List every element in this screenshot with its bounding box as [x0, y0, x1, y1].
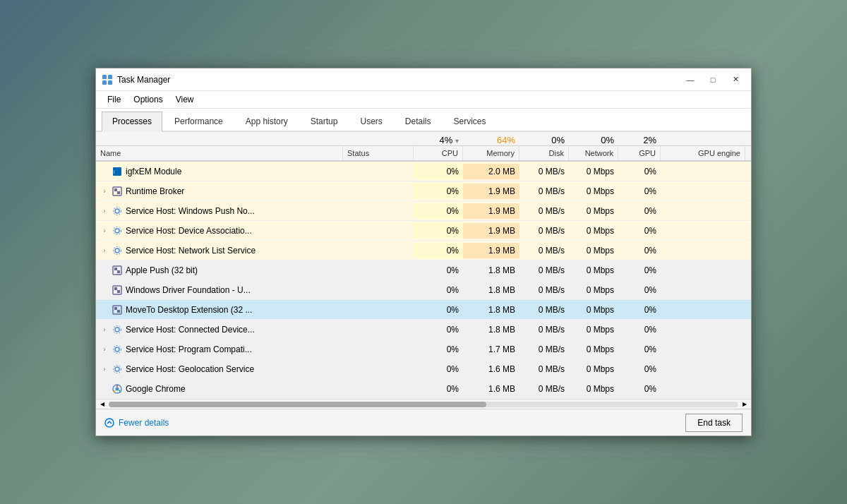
cell-memory: 1.6 MB: [463, 361, 519, 377]
cell-cpu: 0%: [414, 184, 463, 199]
cell-name: › Service Host: Connected Device...: [96, 321, 343, 338]
expand-icon[interactable]: ›: [100, 188, 109, 195]
table-row[interactable]: › Service Host: Windows Push No... 0% 1.…: [96, 201, 751, 221]
svg-rect-2: [102, 80, 107, 85]
cell-gpu: 0%: [618, 184, 661, 199]
svg-point-12: [114, 227, 121, 234]
process-name: Google Chrome: [126, 384, 186, 394]
window-controls: — □ ✕: [680, 73, 745, 87]
cell-name: › Service Host: Program Compati...: [96, 341, 343, 358]
cell-name: i igfxEM Module: [96, 163, 343, 180]
tabs-bar: Processes Performance App history Startu…: [96, 109, 751, 132]
tab-services[interactable]: Services: [443, 112, 497, 131]
maximize-button[interactable]: □: [703, 73, 723, 87]
scroll-left-btn[interactable]: ◀: [97, 400, 107, 409]
table-row[interactable]: Google Chrome 0% 1.6 MB 0 MB/s 0 Mbps 0%: [96, 379, 751, 399]
cell-network: 0 Mbps: [569, 282, 618, 298]
col-cpu[interactable]: CPU: [414, 146, 463, 160]
expand-icon[interactable]: ›: [100, 326, 109, 333]
minimize-button[interactable]: —: [680, 73, 700, 87]
process-icon: [112, 265, 123, 276]
cell-name: › Service Host: Network List Service: [96, 242, 343, 259]
process-name: Service Host: Device Associatio...: [126, 226, 252, 236]
expand-icon[interactable]: ›: [100, 227, 109, 234]
table-row[interactable]: MoveTo Desktop Extension (32 ... 0% 1.8 …: [96, 300, 751, 320]
cell-gpu-engine: [661, 188, 745, 194]
tab-startup[interactable]: Startup: [300, 112, 349, 131]
cell-memory: 1.8 MB: [463, 322, 519, 337]
window-title: Task Manager: [117, 75, 170, 85]
expand-icon[interactable]: ›: [100, 346, 109, 353]
cell-network: 0 Mbps: [569, 322, 618, 337]
table-row[interactable]: i igfxEM Module 0% 2.0 MB 0 MB/s 0 Mbps …: [96, 162, 751, 181]
svg-point-10: [114, 207, 121, 215]
cell-power: [745, 386, 751, 392]
title-bar: Task Manager — □ ✕: [96, 68, 751, 91]
horizontal-scrollbar[interactable]: ◀ ▶: [96, 399, 751, 409]
tab-processes[interactable]: Processes: [102, 112, 162, 132]
scroll-right-btn[interactable]: ▶: [740, 400, 750, 409]
cell-gpu-engine: [661, 228, 745, 234]
cell-network: 0 Mbps: [569, 381, 618, 397]
cell-gpu: 0%: [618, 361, 661, 377]
table-row[interactable]: Windows Driver Foundation - U... 0% 1.8 …: [96, 280, 751, 300]
svg-point-11: [115, 229, 119, 233]
close-button[interactable]: ✕: [726, 73, 745, 87]
cell-cpu: 0%: [414, 223, 463, 239]
svg-rect-23: [117, 310, 120, 313]
tab-performance[interactable]: Performance: [164, 112, 234, 131]
cell-name: › Service Host: Device Associatio...: [96, 222, 343, 239]
cell-disk: 0 MB/s: [519, 381, 569, 397]
svg-point-29: [114, 365, 121, 373]
cell-gpu-engine: [661, 347, 745, 352]
svg-point-9: [115, 209, 119, 213]
col-memory[interactable]: Memory: [463, 146, 519, 160]
expand-icon[interactable]: ›: [100, 247, 109, 254]
cell-disk: 0 MB/s: [519, 243, 569, 258]
table-row[interactable]: › Runtime Broker 0% 1.9 MB 0 MB/s 0 Mbps…: [96, 181, 751, 201]
menu-view[interactable]: View: [170, 92, 200, 107]
cell-gpu: 0%: [618, 381, 661, 397]
fewer-details-button[interactable]: Fewer details: [104, 418, 169, 428]
cell-power: [745, 307, 751, 313]
col-status[interactable]: Status: [343, 146, 414, 160]
cell-cpu: 0%: [414, 282, 463, 298]
scroll-track[interactable]: [109, 402, 738, 407]
table-row[interactable]: › Service Host: Connected Device... 0% 1…: [96, 320, 751, 340]
scroll-thumb[interactable]: [109, 402, 486, 407]
svg-point-25: [114, 325, 121, 333]
end-task-button[interactable]: End task: [685, 414, 743, 432]
col-name[interactable]: Name: [96, 146, 343, 160]
cell-power: [745, 248, 751, 253]
cell-gpu: 0%: [618, 282, 661, 298]
cell-network: 0 Mbps: [569, 223, 618, 239]
tab-users[interactable]: Users: [349, 112, 392, 131]
svg-rect-22: [114, 307, 117, 310]
col-power[interactable]: P: [745, 146, 751, 160]
tab-app-history[interactable]: App history: [235, 112, 299, 131]
cell-power: [745, 347, 751, 352]
table-row[interactable]: › Service Host: Network List Service 0% …: [96, 241, 751, 260]
table-row[interactable]: › Service Host: Geolocation Service 0% 1…: [96, 359, 751, 379]
process-icon: [112, 364, 123, 375]
process-name: Service Host: Network List Service: [126, 246, 256, 256]
table-row[interactable]: Apple Push (32 bit) 0% 1.8 MB 0 MB/s 0 M…: [96, 260, 751, 280]
process-name: Service Host: Geolocation Service: [126, 364, 254, 374]
expand-icon[interactable]: ›: [100, 366, 109, 373]
tab-details[interactable]: Details: [395, 112, 442, 131]
menu-file[interactable]: File: [102, 92, 126, 107]
table-row[interactable]: › Service Host: Device Associatio... 0% …: [96, 221, 751, 241]
col-disk[interactable]: Disk: [519, 146, 569, 160]
cell-name: › Runtime Broker: [96, 183, 343, 200]
cell-cpu: 0%: [414, 342, 463, 357]
col-network[interactable]: Network: [569, 146, 618, 160]
process-name: Windows Driver Foundation - U...: [126, 285, 251, 295]
menu-options[interactable]: Options: [128, 92, 168, 107]
cell-gpu-engine: [661, 386, 745, 392]
cell-disk: 0 MB/s: [519, 322, 569, 337]
col-gpu[interactable]: GPU: [618, 146, 661, 160]
col-gpu-engine[interactable]: GPU engine: [661, 146, 745, 160]
expand-icon[interactable]: ›: [100, 208, 109, 215]
table-row[interactable]: › Service Host: Program Compati... 0% 1.…: [96, 340, 751, 359]
svg-point-27: [114, 345, 121, 353]
